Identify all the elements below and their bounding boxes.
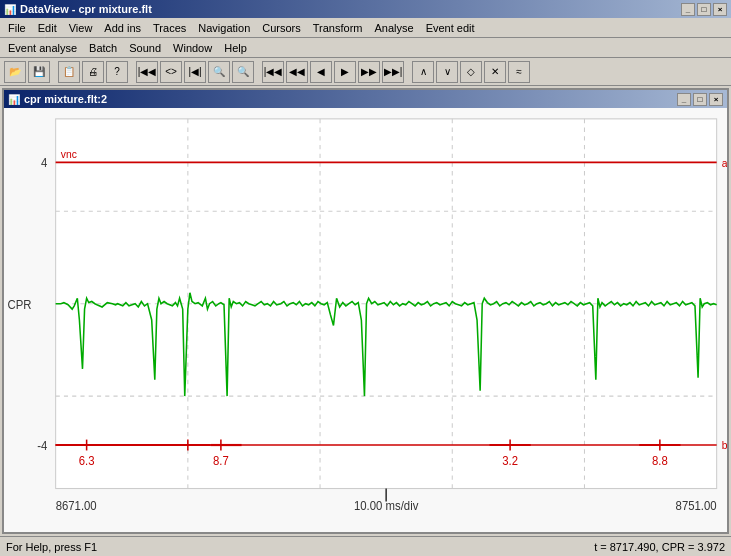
open-button[interactable]: 📂 — [4, 61, 26, 83]
inner-title-controls[interactable]: _ □ × — [677, 93, 723, 106]
menu-bar2: Event analyse Batch Sound Window Help — [0, 38, 731, 58]
menu-bar: File Edit View Add ins Traces Navigation… — [0, 18, 731, 38]
menu-traces[interactable]: Traces — [147, 20, 192, 36]
content-area: 📊 cpr mixture.flt:2 _ □ × — [0, 86, 731, 536]
menu-help[interactable]: Help — [218, 40, 253, 56]
title-bar-left: 📊 DataView - cpr mixture.flt — [4, 3, 152, 15]
window-title: DataView - cpr mixture.flt — [20, 3, 152, 15]
svg-text:8.7: 8.7 — [213, 453, 229, 466]
svg-text:4: 4 — [41, 155, 48, 168]
svg-text:vnc: vnc — [61, 148, 78, 160]
cross-button[interactable]: ✕ — [484, 61, 506, 83]
inner-close[interactable]: × — [709, 93, 723, 106]
svg-text:CPR: CPR — [7, 298, 31, 311]
nav-next2[interactable]: ▶▶ — [358, 61, 380, 83]
zoom-out-btn[interactable]: 🔍 — [208, 61, 230, 83]
menu-window[interactable]: Window — [167, 40, 218, 56]
menu-view[interactable]: View — [63, 20, 99, 36]
up-button[interactable]: ∧ — [412, 61, 434, 83]
title-bar: 📊 DataView - cpr mixture.flt _ □ × — [0, 0, 731, 18]
inner-window-icon: 📊 cpr mixture.flt:2 — [8, 93, 107, 105]
nav-prev-alt[interactable]: <> — [160, 61, 182, 83]
menu-batch[interactable]: Batch — [83, 40, 123, 56]
nav-first2[interactable]: |◀◀ — [262, 61, 284, 83]
title-bar-controls[interactable]: _ □ × — [681, 3, 727, 16]
svg-text:8.8: 8.8 — [652, 453, 668, 466]
delta-button[interactable]: ◇ — [460, 61, 482, 83]
toolbar: 📂 💾 📋 🖨 ? |◀◀ <> |◀| 🔍 🔍 |◀◀ ◀◀ ◀ ▶ ▶▶ ▶… — [0, 58, 731, 86]
inner-window: 📊 cpr mixture.flt:2 _ □ × — [2, 88, 729, 534]
svg-text:6.3: 6.3 — [79, 453, 95, 466]
status-bar: For Help, press F1 t = 8717.490, CPR = 3… — [0, 536, 731, 556]
svg-text:8671.00: 8671.00 — [56, 499, 98, 512]
svg-text:8751.00: 8751.00 — [676, 499, 718, 512]
inner-minimize[interactable]: _ — [677, 93, 691, 106]
menu-event-edit[interactable]: Event edit — [420, 20, 481, 36]
inner-window-title: cpr mixture.flt:2 — [24, 93, 107, 105]
chart-container[interactable]: 4 -4 CPR a:1 b:1 vnc 6.3 8.7 — [4, 108, 727, 532]
svg-text:3.2: 3.2 — [502, 453, 518, 466]
nav-next[interactable]: ▶ — [334, 61, 356, 83]
down-button[interactable]: ∨ — [436, 61, 458, 83]
close-button[interactable]: × — [713, 3, 727, 16]
nav-prev2[interactable]: ◀◀ — [286, 61, 308, 83]
menu-sound[interactable]: Sound — [123, 40, 167, 56]
zoom-in-btn[interactable]: 🔍 — [232, 61, 254, 83]
minimize-button[interactable]: _ — [681, 3, 695, 16]
wave-button[interactable]: ≈ — [508, 61, 530, 83]
help-button[interactable]: ? — [106, 61, 128, 83]
nav-prev3[interactable]: ◀ — [310, 61, 332, 83]
menu-file[interactable]: File — [2, 20, 32, 36]
chart-svg: 4 -4 CPR a:1 b:1 vnc 6.3 8.7 — [4, 108, 727, 532]
svg-text:-4: -4 — [37, 439, 48, 452]
svg-text:a:1: a:1 — [722, 156, 727, 168]
copy-button[interactable]: 📋 — [58, 61, 80, 83]
position-text: t = 8717.490, CPR = 3.972 — [594, 541, 725, 553]
help-text: For Help, press F1 — [6, 541, 97, 553]
menu-analyse[interactable]: Analyse — [369, 20, 420, 36]
menu-edit[interactable]: Edit — [32, 20, 63, 36]
nav-prev-prev[interactable]: |◀◀ — [136, 61, 158, 83]
print-button[interactable]: 🖨 — [82, 61, 104, 83]
svg-text:b:1: b:1 — [722, 439, 727, 451]
nav-first[interactable]: |◀| — [184, 61, 206, 83]
inner-maximize[interactable]: □ — [693, 93, 707, 106]
maximize-button[interactable]: □ — [697, 3, 711, 16]
nav-last[interactable]: ▶▶| — [382, 61, 404, 83]
menu-event-analyse[interactable]: Event analyse — [2, 40, 83, 56]
menu-navigation[interactable]: Navigation — [192, 20, 256, 36]
menu-addins[interactable]: Add ins — [98, 20, 147, 36]
menu-transform[interactable]: Transform — [307, 20, 369, 36]
save-button[interactable]: 💾 — [28, 61, 50, 83]
inner-title-bar: 📊 cpr mixture.flt:2 _ □ × — [4, 90, 727, 108]
menu-cursors[interactable]: Cursors — [256, 20, 307, 36]
app-icon: 📊 — [4, 4, 16, 15]
